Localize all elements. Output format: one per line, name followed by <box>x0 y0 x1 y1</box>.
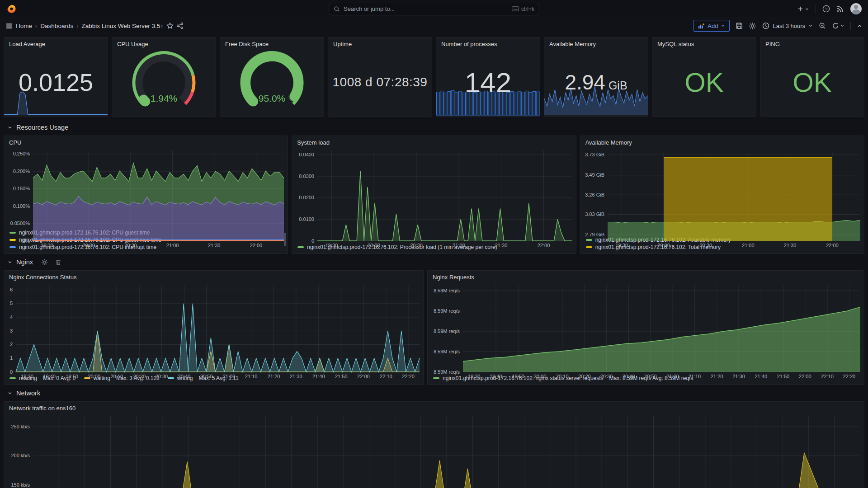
help-button[interactable]: ? <box>822 5 830 13</box>
breadcrumb: Home › Dashboards › Zabbix Linux Web Ser… <box>16 23 164 29</box>
svg-text:19:40: 19:40 <box>490 374 502 379</box>
gear-icon <box>749 22 756 30</box>
network-traffic-chart[interactable]: 250 kb/s200 kb/s150 kb/s100 kb/s <box>4 413 864 488</box>
mysql-status-value: OK <box>652 48 756 116</box>
panel-title[interactable]: Nginx Requests <box>428 271 864 282</box>
svg-text:0.0400: 0.0400 <box>299 152 315 157</box>
grafana-logo[interactable] <box>6 4 17 14</box>
panel-nginx-connections: Nginx Connections Status 012345619:3019:… <box>4 270 424 385</box>
svg-text:20:30: 20:30 <box>156 374 168 379</box>
panel-title[interactable]: CPU Usage <box>112 38 216 48</box>
svg-text:22:10: 22:10 <box>821 374 834 379</box>
dashboard-settings-button[interactable] <box>749 22 756 30</box>
divider <box>816 5 816 13</box>
svg-text:20:30: 20:30 <box>699 243 712 248</box>
panel-title[interactable]: PING <box>760 38 864 48</box>
share-button[interactable] <box>176 22 184 29</box>
breadcrumb-current-dashboard: Zabbix Linux Web Server 3.5+ <box>82 23 164 29</box>
svg-text:19:30: 19:30 <box>326 243 338 248</box>
svg-text:20:50: 20:50 <box>200 374 213 379</box>
available-memory-value: 2.94 GiB <box>544 48 648 116</box>
panel-title[interactable]: Network traffic on ens160 <box>4 402 864 413</box>
section-network[interactable]: Network <box>0 385 868 401</box>
svg-text:0.150%: 0.150% <box>13 186 30 191</box>
available-memory-chart[interactable]: 2.79 GiB3.03 GiB3.26 GiB3.49 GiB3.73 GiB… <box>580 147 864 236</box>
grafana-logo-icon <box>6 4 17 14</box>
free-disk-gauge[interactable]: 95.0% <box>220 48 324 116</box>
svg-text:21:00: 21:00 <box>223 374 236 379</box>
breadcrumb-dashboards[interactable]: Dashboards <box>40 23 73 29</box>
svg-text:22:10: 22:10 <box>380 374 392 379</box>
share-icon <box>176 22 184 29</box>
panel-title[interactable]: CPU <box>4 136 288 147</box>
mega-menu-button[interactable] <box>5 22 13 30</box>
new-menu-button[interactable] <box>797 5 809 12</box>
panel-title[interactable]: Number of processes <box>436 38 540 48</box>
trash-icon[interactable] <box>55 259 61 266</box>
section-nginx[interactable]: Nginx <box>0 254 868 270</box>
svg-text:20:10: 20:10 <box>556 374 569 379</box>
collapse-toolbar-button[interactable] <box>857 23 863 29</box>
section-resources-usage[interactable]: Resources Usage <box>0 119 868 136</box>
user-avatar[interactable] <box>850 3 862 14</box>
panel-number-of-processes: Number of processes 142 <box>436 37 540 117</box>
keyboard-icon <box>512 6 519 11</box>
time-range-picker[interactable]: Last 3 hours <box>762 22 813 29</box>
svg-text:5: 5 <box>10 300 13 306</box>
svg-text:0: 0 <box>10 369 13 375</box>
panel-free-disk-space: Free Disk Space 95.0% <box>220 37 324 117</box>
svg-text:1.94%: 1.94% <box>151 93 178 103</box>
svg-text:20:00: 20:00 <box>88 374 100 379</box>
panel-title[interactable]: Available Memory <box>580 136 864 147</box>
svg-text:19:50: 19:50 <box>66 374 78 379</box>
search-box[interactable]: Search or jump to... ctrl+k <box>329 3 539 15</box>
gear-icon[interactable] <box>41 259 48 266</box>
resources-row: CPU 0%0.0500%0.100%0.150%0.200%0.250%19:… <box>0 136 868 254</box>
svg-text:150 kb/s: 150 kb/s <box>11 482 30 488</box>
favorite-button[interactable] <box>166 22 174 29</box>
panel-title[interactable]: Load Average <box>4 38 108 48</box>
save-dashboard-button[interactable] <box>736 22 743 29</box>
svg-text:0.250%: 0.250% <box>13 151 30 156</box>
chevron-down-icon <box>7 125 13 130</box>
nginx-requests-chart[interactable]: 8.59M req/s8.59M req/s8.59M req/s8.59M r… <box>428 282 864 375</box>
svg-text:21:50: 21:50 <box>777 374 790 379</box>
search-icon <box>334 6 340 12</box>
panel-title[interactable]: System load <box>292 136 576 147</box>
svg-text:21:30: 21:30 <box>783 243 796 248</box>
svg-text:21:10: 21:10 <box>689 374 701 379</box>
chevron-down-icon <box>7 259 13 265</box>
news-button[interactable] <box>836 5 844 13</box>
refresh-icon <box>832 22 839 29</box>
search-shortcut: ctrl+k <box>521 6 534 12</box>
cpu-usage-gauge[interactable]: 1.94% <box>112 48 216 116</box>
svg-text:21:00: 21:00 <box>166 243 179 248</box>
svg-text:95.0%: 95.0% <box>259 93 286 103</box>
add-panel-button[interactable]: Add <box>693 20 730 32</box>
system-load-chart[interactable]: 00.01000.02000.03000.040019:3020:0020:30… <box>292 147 576 244</box>
breadcrumb-home[interactable]: Home <box>16 23 32 29</box>
zoom-out-time-button[interactable] <box>819 22 826 29</box>
svg-text:21:30: 21:30 <box>495 243 508 248</box>
ping-value: OK <box>760 48 864 116</box>
panel-title[interactable]: Free Disk Space <box>220 38 324 48</box>
refresh-button[interactable] <box>832 22 844 29</box>
load-average-value: 0.0125 <box>4 48 108 116</box>
panel-network-traffic: Network traffic on ens160 250 kb/s200 kb… <box>4 401 864 488</box>
chevron-down-icon <box>808 23 813 28</box>
search-placeholder: Search or jump to... <box>344 5 508 12</box>
panel-title[interactable]: Nginx Connections Status <box>4 271 423 282</box>
panel-title[interactable]: Uptime <box>328 38 432 48</box>
svg-text:21:00: 21:00 <box>453 243 466 248</box>
legend-scrollbar[interactable] <box>284 233 286 246</box>
nginx-connections-chart[interactable]: 012345619:3019:4019:5020:0020:1020:2020:… <box>4 282 423 375</box>
cpu-chart[interactable]: 0%0.0500%0.100%0.150%0.200%0.250%19:3020… <box>4 147 288 229</box>
rss-icon <box>836 5 844 13</box>
panel-uptime: Uptime 1008 d 07:28:39 <box>328 37 432 117</box>
panel-title[interactable]: MySQL status <box>652 38 756 48</box>
dashboard-toolbar: Home › Dashboards › Zabbix Linux Web Ser… <box>0 18 868 33</box>
svg-text:21:40: 21:40 <box>755 374 768 379</box>
svg-text:2.79 GiB: 2.79 GiB <box>585 232 604 237</box>
svg-text:21:10: 21:10 <box>245 374 258 379</box>
panel-title[interactable]: Available Memory <box>544 38 648 48</box>
